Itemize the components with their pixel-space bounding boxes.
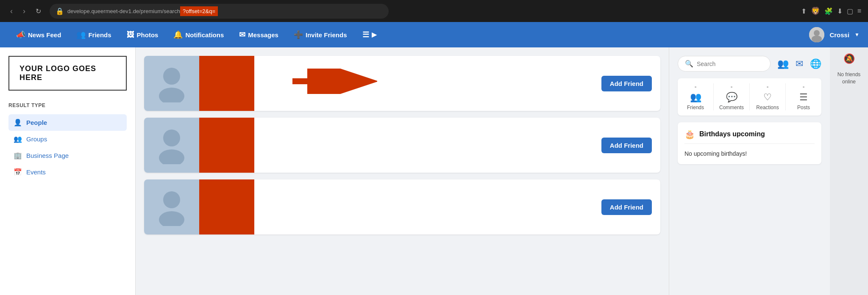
nav-notifications-label: Notifications	[185, 31, 224, 39]
business-page-icon: 🏢	[14, 152, 22, 160]
search-box[interactable]: 🔍	[678, 56, 771, 72]
invite-friends-icon: ➕	[294, 30, 303, 39]
events-icon: 📅	[14, 168, 22, 176]
nav-photos[interactable]: 🖼 Photos	[119, 22, 166, 47]
address-bar[interactable]: 🔒 develope.queermeet-dev1.de/premium/sea…	[50, 4, 389, 19]
stat-friends: - 👥 Friends	[678, 83, 714, 110]
extensions-icon[interactable]: 🧩	[824, 7, 833, 15]
comments-dash: -	[731, 83, 733, 90]
friends-stat-label: Friends	[687, 105, 704, 110]
svg-point-9	[163, 191, 180, 208]
right-sidebar-header: 🔍 👥 ✉ 🌐	[678, 56, 821, 72]
browser-nav-buttons: ‹ › ↻	[7, 5, 45, 17]
filter-business-page-label: Business Page	[26, 152, 69, 159]
redacted-overlay-1	[199, 56, 254, 111]
url-container: develope.queermeet-dev1.de/premium/searc…	[67, 6, 383, 16]
reactions-stat-label: Reactions	[756, 105, 779, 110]
logo-box: YOUR LOGO GOES HERE	[8, 56, 127, 91]
redacted-overlay-3	[199, 179, 254, 234]
nav-photos-label: Photos	[137, 31, 159, 39]
result-avatar-2	[144, 118, 199, 173]
birthday-cake-icon: 🎂	[684, 129, 695, 139]
menu-icon[interactable]: ≡	[857, 7, 861, 15]
svg-point-1	[814, 30, 820, 36]
nav-friends[interactable]: 👥 Friends	[69, 22, 119, 47]
result-card-1: Add Friend	[144, 56, 660, 111]
notification-bell-icon[interactable]: 🔕	[843, 53, 855, 64]
svg-point-2	[812, 36, 822, 42]
comments-stat-label: Comments	[719, 105, 744, 110]
reactions-dash: -	[767, 83, 769, 90]
filter-people-label: People	[26, 119, 47, 126]
content-area: Add Friend Add Friend	[136, 47, 669, 295]
stat-reactions: - ♡ Reactions	[750, 83, 786, 110]
user-dropdown-arrow[interactable]: ▼	[854, 32, 860, 38]
birthdays-header: 🎂 Birthdays upcoming	[684, 129, 815, 144]
result-avatar-3	[144, 179, 199, 234]
back-button[interactable]: ‹	[7, 5, 16, 17]
url-highlight: ?offset=2&q=	[180, 6, 218, 16]
nav-invite-friends[interactable]: ➕ Invite Friends	[286, 22, 355, 47]
nav-messages[interactable]: ✉ Messages	[231, 22, 286, 47]
messages-search-icon[interactable]: ✉	[796, 58, 803, 69]
globe-icon[interactable]: 🌐	[810, 58, 821, 69]
reload-button[interactable]: ↻	[32, 6, 45, 17]
news-feed-icon: 📣	[16, 30, 25, 39]
result-type-label: RESULT TYPE	[8, 102, 127, 108]
photos-icon: 🖼	[127, 30, 134, 39]
svg-point-8	[159, 149, 184, 164]
more-icon: ☰	[362, 30, 369, 39]
logo-text: YOUR LOGO GOES HERE	[19, 64, 96, 82]
far-right-panel: 🔕 No friends online	[830, 47, 868, 295]
notifications-icon: 🔔	[173, 30, 183, 39]
filter-list: 👤 People 👥 Groups 🏢 Business Page 📅 Even…	[8, 114, 127, 180]
posts-stat-icon: ☰	[799, 92, 808, 103]
url-normal: develope.queermeet-dev1.de/premium/searc…	[67, 8, 180, 14]
nav-more-label: ▶	[372, 31, 377, 39]
result-card-3: Add Friend	[144, 179, 660, 234]
nav-notifications[interactable]: 🔔 Notifications	[166, 22, 231, 47]
add-friend-button-2[interactable]: Add Friend	[601, 138, 652, 153]
filter-events-label: Events	[26, 168, 46, 176]
add-friend-button-3[interactable]: Add Friend	[601, 199, 652, 215]
add-friend-button-1[interactable]: Add Friend	[601, 76, 652, 91]
svg-point-4	[159, 88, 184, 102]
filter-business-page[interactable]: 🏢 Business Page	[8, 147, 127, 164]
result-card-2: Add Friend	[144, 118, 660, 173]
birthdays-title: Birthdays upcoming	[699, 130, 765, 138]
right-sidebar: 🔍 👥 ✉ 🌐 - 👥 Friends - 💬 Comments -	[669, 47, 830, 295]
search-input[interactable]	[697, 61, 763, 67]
download-icon[interactable]: ⬇	[837, 7, 843, 15]
brave-icon: 🦁	[811, 6, 820, 16]
left-sidebar: YOUR LOGO GOES HERE RESULT TYPE 👤 People…	[0, 47, 136, 295]
friends-icon: 👥	[76, 30, 86, 39]
forward-button[interactable]: ›	[19, 5, 29, 17]
browser-right-icons: ⬆ 🦁 🧩 ⬇ ▢ ≡	[801, 6, 861, 16]
birthdays-section: 🎂 Birthdays upcoming No upcoming birthda…	[678, 122, 821, 164]
main-layout: YOUR LOGO GOES HERE RESULT TYPE 👤 People…	[0, 47, 868, 295]
avatar[interactable]	[809, 27, 824, 42]
svg-point-10	[159, 211, 184, 226]
nav-news-feed[interactable]: 📣 News Feed	[8, 22, 69, 47]
svg-point-3	[163, 68, 180, 85]
filter-people[interactable]: 👤 People	[8, 114, 127, 131]
friends-stat-icon: 👥	[690, 92, 701, 103]
groups-icon: 👥	[14, 135, 22, 143]
reactions-stat-icon: ♡	[763, 92, 772, 103]
nav-invite-friends-label: Invite Friends	[306, 31, 347, 39]
nav-more[interactable]: ☰ ▶	[355, 22, 384, 47]
browser-chrome: ‹ › ↻ 🔒 develope.queermeet-dev1.de/premi…	[0, 0, 868, 22]
comments-stat-icon: 💬	[726, 92, 737, 103]
window-icon[interactable]: ▢	[847, 7, 853, 15]
share-icon[interactable]: ⬆	[801, 7, 807, 15]
stat-comments: - 💬 Comments	[714, 83, 750, 110]
friends-dash: -	[695, 83, 697, 90]
top-nav: 📣 News Feed 👥 Friends 🖼 Photos 🔔 Notific…	[0, 22, 868, 47]
nav-friends-label: Friends	[88, 31, 111, 39]
filter-groups[interactable]: 👥 Groups	[8, 131, 127, 147]
lock-icon: 🔒	[56, 7, 64, 15]
filter-events[interactable]: 📅 Events	[8, 164, 127, 180]
stats-row: - 👥 Friends - 💬 Comments - ♡ Reactions -…	[678, 78, 821, 116]
stat-posts: - ☰ Posts	[786, 83, 821, 110]
friends-search-icon[interactable]: 👥	[777, 58, 789, 69]
